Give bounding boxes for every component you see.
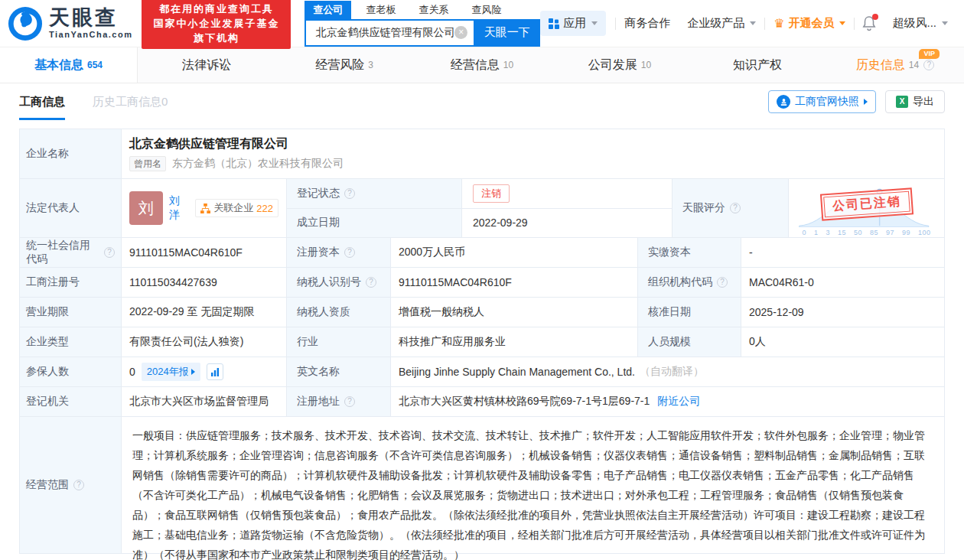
avatar[interactable]: 刘 — [129, 191, 163, 225]
label-text: 纳税人识别号 — [297, 275, 361, 289]
business-term-value: 2022-09-29 至 无固定期限 — [122, 298, 287, 327]
help-icon[interactable] — [717, 277, 728, 288]
tab-label: 公司发展 — [588, 57, 637, 73]
taxpayer-id-value: 91110115MAC04R610F — [391, 268, 638, 297]
help-icon[interactable] — [366, 277, 376, 288]
annual-report-tag[interactable]: 2024年报 — [142, 363, 200, 381]
taxpayer-id-label: 纳税人识别号 — [287, 268, 391, 297]
tab-company-development[interactable]: 公司发展10 — [551, 47, 689, 83]
search-tab-company[interactable]: 查公司 — [305, 1, 351, 19]
export-button[interactable]: X 导出 — [885, 90, 945, 113]
export-label: 导出 — [913, 95, 934, 109]
tab-intellectual-property[interactable]: 知识产权 — [689, 47, 826, 83]
tianyancha-logo[interactable]: 天眼查 TianYanCha.com — [8, 6, 132, 41]
insured-count: 0 — [129, 366, 135, 378]
company-name-label: 企业名称 — [20, 129, 122, 178]
table-row: 工商注册号 110115034427639 纳税人识别号 91110115MAC… — [20, 268, 944, 298]
org-code-label: 组织机构代码 — [638, 268, 741, 297]
chevron-down-icon — [591, 21, 598, 25]
apps-label: 应用 — [563, 16, 586, 31]
trend-chart-button[interactable] — [207, 363, 223, 380]
table-row: 经营范围 一般项目：供应链管理服务；技术服务、技术开发、技术咨询、技术交流、技术… — [20, 417, 944, 553]
staff-size-label: 人员规模 — [638, 327, 741, 357]
tab-count: 654 — [87, 60, 103, 70]
auto-translate-note: （自动翻译） — [640, 365, 704, 379]
cooperation-label: 商务合作 — [624, 16, 670, 31]
tab-operation-info[interactable]: 经营信息10 — [413, 47, 551, 83]
table-row: 企业名称 北京金鹤供应链管理有限公司 曾用名 东方金鹤（北京）农业科技有限公司 — [20, 129, 944, 179]
nearby-companies-link[interactable]: 附近公司 — [657, 395, 700, 409]
search-tab-risk[interactable]: 查风险 — [463, 1, 510, 19]
subtab-row: 工商信息 历史工商信息0 工商官网快照 X 导出 — [0, 83, 964, 120]
apps-menu[interactable]: 应用 — [540, 11, 606, 36]
enterprise-menu[interactable]: 企业级产品 — [687, 16, 756, 31]
reg-capital-label: 注册资本 — [287, 238, 391, 267]
english-name: Beijing Jinhe Supply Chain Management Co… — [399, 366, 635, 378]
promo-line2: 国家中小企业发展子基金旗下机构 — [151, 16, 282, 45]
divider — [854, 18, 855, 30]
subtab-history-business-info[interactable]: 历史工商信息0 — [93, 83, 168, 120]
clear-icon[interactable] — [454, 26, 467, 39]
annual-report-label: 2024年报 — [147, 365, 189, 379]
section-tabs: 基本信息654 法律诉讼 经营风险3 经营信息10 公司发展10 知识产权 VI… — [0, 47, 964, 83]
subtab-business-info[interactable]: 工商信息 — [19, 83, 65, 120]
cooperation-menu[interactable]: 商务合作 — [624, 16, 670, 31]
reg-capital-value: 2000万人民币 — [391, 238, 638, 267]
vip-menu[interactable]: ♛ 开通会员 — [773, 16, 845, 31]
business-scope-label: 经营范围 — [20, 417, 122, 553]
former-name: 东方金鹤（北京）农业科技有限公司 — [172, 157, 344, 171]
apps-grid-icon — [549, 18, 559, 29]
divider — [615, 18, 616, 30]
help-icon[interactable] — [923, 60, 934, 70]
label-text: 统一社会信用代码 — [26, 239, 99, 266]
help-icon[interactable] — [73, 480, 84, 490]
chevron-down-icon — [750, 21, 756, 25]
help-icon[interactable] — [344, 396, 355, 407]
help-icon[interactable] — [104, 247, 115, 258]
search-box — [305, 19, 474, 47]
related-companies-badge[interactable]: 关联企业 222 — [195, 199, 278, 217]
bar-chart-icon — [210, 367, 220, 376]
vip-badge: VIP — [919, 49, 940, 59]
tab-count: 10 — [641, 60, 651, 70]
top-menu: 应用 商务合作 企业级产品 ♛ 开通会员 超级风... — [540, 11, 956, 36]
legal-rep-link[interactable]: 刘洋 — [169, 194, 189, 222]
address-label: 注册地址 — [287, 387, 391, 416]
official-snapshot-button[interactable]: 工商官网快照 — [768, 90, 876, 113]
super-risk-menu[interactable]: 超级风... — [892, 16, 948, 31]
search-tab-boss[interactable]: 查老板 — [357, 1, 404, 19]
notifications-button[interactable] — [862, 16, 876, 31]
tab-label: 经营风险 — [315, 57, 364, 73]
help-icon[interactable] — [344, 247, 355, 258]
label-text: 经营范围 — [26, 478, 69, 492]
tab-operation-risk[interactable]: 经营风险3 — [275, 47, 413, 83]
org-code-value: MAC04R61-0 — [741, 268, 944, 297]
search-input[interactable] — [315, 27, 454, 39]
excel-icon: X — [896, 96, 908, 108]
company-name: 北京金鹤供应链管理有限公司 — [129, 136, 936, 152]
approval-date-label: 核准日期 — [638, 298, 741, 327]
search-tab-relation[interactable]: 查关系 — [410, 1, 457, 19]
chevron-down-icon — [839, 21, 845, 25]
promo-banner: 都在用的商业查询工具 国家中小企业发展子基金旗下机构 — [142, 0, 291, 49]
brand-name: 天眼查 — [49, 8, 132, 28]
business-info-table: 企业名称 北京金鹤供应链管理有限公司 曾用名 东方金鹤（北京）农业科技有限公司 … — [19, 129, 945, 554]
table-row: 法定代表人 刘 刘洋 关联企业 222 登记状态 注销 成立日期 2022-09… — [20, 179, 944, 238]
chevron-down-icon — [942, 21, 948, 25]
help-icon[interactable] — [344, 188, 355, 199]
tab-history-info[interactable]: VIP 历史信息 14 — [826, 47, 964, 83]
divider — [764, 18, 765, 30]
help-icon[interactable] — [730, 203, 741, 213]
address-value: 北京市大兴区黄村镇林校路69号院69-7-1号1层69-7-1 — [399, 395, 650, 409]
score-chart-cell: 0 1 3 15 50 85 97 99 100 公司已注销 — [789, 179, 944, 237]
tab-basic-info[interactable]: 基本信息654 — [0, 47, 138, 83]
toolbar: 工商官网快照 X 导出 — [768, 90, 945, 113]
snapshot-label: 工商官网快照 — [795, 95, 859, 109]
reg-authority-label: 登记机关 — [20, 387, 122, 416]
company-name-cell: 北京金鹤供应链管理有限公司 曾用名 东方金鹤（北京）农业科技有限公司 — [122, 129, 944, 178]
vip-label: 开通会员 — [788, 16, 834, 31]
search-button[interactable]: 天眼一下 — [474, 19, 540, 47]
tab-legal[interactable]: 法律诉讼 — [138, 47, 275, 83]
enterprise-label: 企业级产品 — [687, 16, 744, 31]
industry-value: 科技推广和应用服务业 — [391, 327, 638, 357]
